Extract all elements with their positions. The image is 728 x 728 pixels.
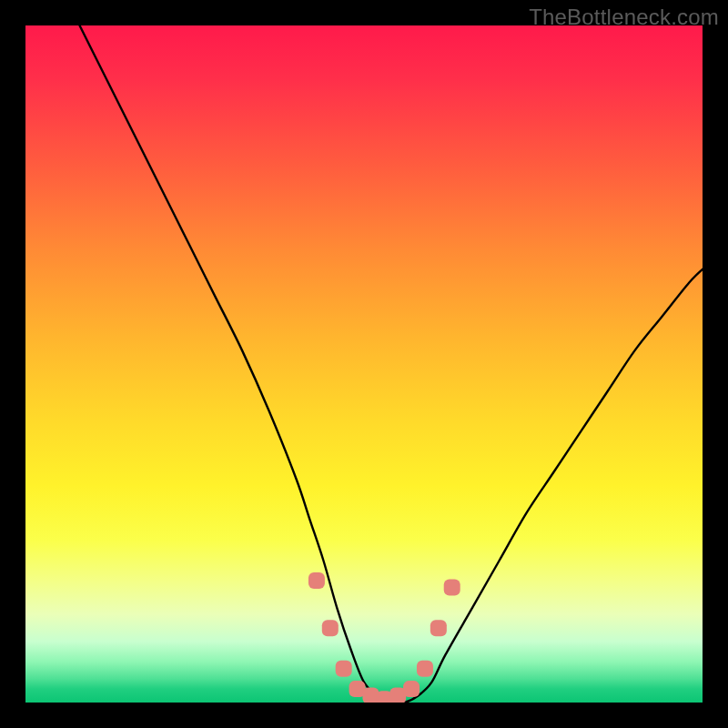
chart-frame: TheBottleneck.com	[0, 0, 728, 728]
plot-area	[25, 25, 703, 703]
curve-layer	[25, 25, 703, 703]
marker-point	[308, 572, 325, 589]
marker-point	[430, 620, 447, 636]
marker-point	[417, 661, 433, 677]
marker-point	[322, 620, 339, 636]
marker-point	[444, 580, 460, 596]
watermark-text: TheBottleneck.com	[529, 5, 719, 30]
marker-point	[336, 661, 352, 677]
highlighted-points	[308, 572, 460, 703]
marker-point	[403, 681, 420, 697]
bottleneck-curve	[80, 25, 703, 703]
